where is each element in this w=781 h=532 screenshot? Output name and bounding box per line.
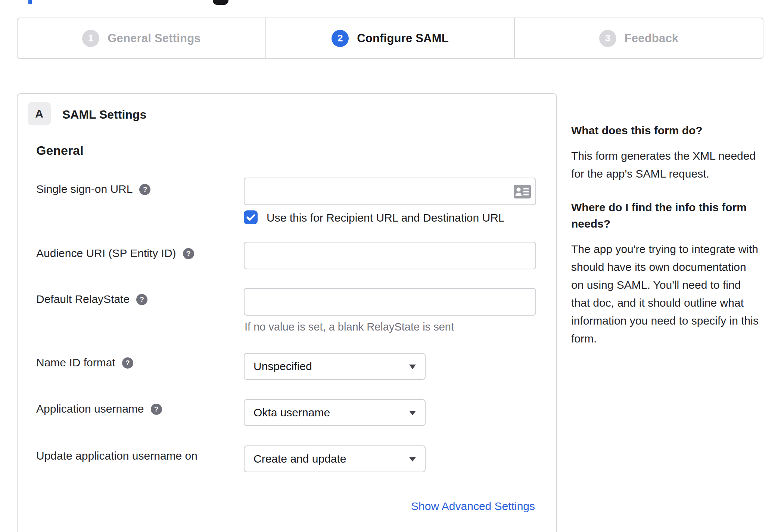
application-username-label: Application username ? — [36, 403, 162, 415]
step-2-number-badge: 2 — [332, 30, 349, 47]
checkmark-icon — [246, 214, 255, 221]
sso-url-label: Single sign-on URL ? — [36, 183, 150, 195]
help-icon[interactable]: ? — [183, 248, 194, 259]
sidebar-body-what: This form generates the XML needed for t… — [571, 147, 760, 183]
cropped-header-logo-fragment — [213, 0, 228, 5]
recipient-url-checkbox[interactable] — [244, 210, 258, 224]
update-application-username-select[interactable]: Create and update — [244, 445, 426, 472]
audience-uri-label: Audience URI (SP Entity ID) ? — [36, 247, 194, 260]
sidebar-body-where: The app you're trying to integrate with … — [571, 240, 760, 348]
help-icon[interactable]: ? — [136, 294, 147, 305]
step-3-number-badge: 3 — [599, 30, 616, 47]
step-1-label: General Settings — [108, 32, 201, 45]
saml-settings-card: A SAML Settings General Single sign-on U… — [17, 93, 557, 532]
update-application-username-label: Update application username on — [36, 450, 197, 462]
sso-url-input[interactable] — [244, 178, 536, 205]
caret-down-icon — [409, 411, 416, 415]
step-1-number-badge: 1 — [82, 30, 99, 47]
caret-down-icon — [409, 457, 416, 461]
name-id-format-label: Name ID format ? — [36, 356, 133, 369]
relaystate-hint: If no value is set, a blank RelayState i… — [245, 321, 454, 333]
saml-setup-page: 1 General Settings 2 Configure SAML 3 Fe… — [0, 0, 781, 532]
card-title: SAML Settings — [62, 108, 146, 122]
step-feedback[interactable]: 3 Feedback — [514, 18, 763, 58]
help-icon[interactable]: ? — [151, 404, 162, 415]
step-3-label: Feedback — [625, 32, 679, 45]
audience-uri-input[interactable] — [244, 242, 536, 269]
name-id-format-select[interactable]: Unspecified — [244, 353, 426, 380]
wizard-stepper: 1 General Settings 2 Configure SAML 3 Fe… — [17, 18, 763, 59]
sidebar-heading-what: What does this form do? — [571, 122, 760, 139]
section-a-badge: A — [28, 102, 51, 125]
caret-down-icon — [409, 364, 416, 369]
help-sidebar: What does this form do? This form genera… — [571, 122, 760, 364]
step-configure-saml[interactable]: 2 Configure SAML — [265, 18, 514, 58]
contact-card-icon[interactable] — [514, 185, 531, 200]
step-2-label: Configure SAML — [357, 32, 449, 45]
help-icon[interactable]: ? — [122, 357, 133, 369]
default-relaystate-label: Default RelayState ? — [36, 293, 147, 306]
show-advanced-settings-link[interactable]: Show Advanced Settings — [411, 500, 535, 513]
recipient-url-checkbox-label: Use this for Recipient URL and Destinati… — [267, 212, 505, 224]
help-icon[interactable]: ? — [139, 184, 150, 195]
application-username-select[interactable]: Okta username — [244, 399, 426, 426]
step-general-settings[interactable]: 1 General Settings — [18, 18, 265, 58]
cropped-header-blue-fragment — [28, 0, 32, 4]
default-relaystate-input[interactable] — [244, 288, 536, 316]
general-section-title: General — [36, 143, 84, 158]
sidebar-heading-where: Where do I find the info this form needs… — [571, 199, 760, 232]
